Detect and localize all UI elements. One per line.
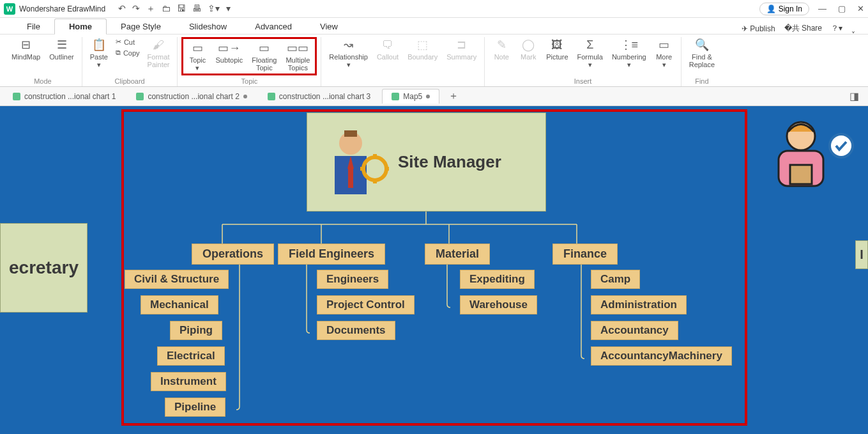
leaf[interactable]: Instrument xyxy=(151,372,226,391)
branch-operations[interactable]: Operations xyxy=(192,244,274,265)
more-icon: ▭ xyxy=(659,38,669,52)
paste-button[interactable]: 📋Paste▾ xyxy=(86,37,112,70)
multiple-topics-button[interactable]: ▭▭MultipleTopics xyxy=(282,40,314,74)
node-root[interactable]: Site Manager xyxy=(307,112,546,212)
leaf[interactable]: Camp xyxy=(591,270,640,289)
tab-home[interactable]: Home xyxy=(54,19,107,35)
outliner-icon: ☰ xyxy=(57,38,67,52)
summary-button[interactable]: ⊐Summary xyxy=(443,37,480,70)
note-icon: ✎ xyxy=(497,38,506,52)
subtopic-button[interactable]: ▭→Subtopic xyxy=(211,40,247,74)
leaf[interactable]: Civil & Structure xyxy=(125,270,229,289)
doc-tab-1[interactable]: construction ...ional chart 1 xyxy=(4,89,125,104)
callout-icon: 🗨 xyxy=(382,38,393,52)
format-painter-button[interactable]: 🖌FormatPainter xyxy=(144,37,174,70)
minimize-icon[interactable]: — xyxy=(818,4,826,13)
leaf[interactable]: Mechanical xyxy=(141,295,218,314)
mindmap-canvas[interactable]: ecretary Site Manager Operations Field E… xyxy=(0,106,868,434)
leaf[interactable]: Expediting xyxy=(460,270,535,289)
add-tab-button[interactable]: ＋ xyxy=(442,89,465,103)
leaf[interactable]: Warehouse xyxy=(460,295,537,314)
unsaved-dot-icon xyxy=(426,95,430,98)
cut-icon: ✂ xyxy=(116,38,121,46)
share-button[interactable]: �共 Share xyxy=(784,23,822,34)
mindmap-icon: ⊟ xyxy=(21,38,31,52)
doc-tab-3[interactable]: construction ...ional chart 3 xyxy=(259,89,379,104)
unsaved-dot-icon xyxy=(243,95,247,98)
leaf[interactable]: Piping xyxy=(170,321,222,340)
svg-rect-7 xyxy=(344,130,357,137)
relationship-button[interactable]: ↝Relationship▾ xyxy=(325,37,372,70)
user-icon: 👤 xyxy=(766,4,776,13)
subtopic-icon: ▭→ xyxy=(218,42,240,55)
doc-icon xyxy=(136,93,144,100)
paste-icon: 📋 xyxy=(92,38,106,52)
node-secretary-partial[interactable]: ecretary xyxy=(0,223,88,313)
more-button[interactable]: ▭More▾ xyxy=(651,37,677,70)
mindmap-button[interactable]: ⊟MindMap xyxy=(8,37,44,62)
branch-material[interactable]: Material xyxy=(425,244,490,265)
svg-rect-10 xyxy=(348,169,353,188)
publish-button[interactable]: ✈ Publish xyxy=(742,24,775,33)
leaf[interactable]: Documents xyxy=(317,321,395,340)
signin-button[interactable]: 👤 Sign In xyxy=(759,3,809,15)
outliner-button[interactable]: ☰Outliner xyxy=(45,37,78,62)
new-icon[interactable]: ＋ xyxy=(146,3,155,15)
find-replace-button[interactable]: 🔍Find &Replace xyxy=(685,37,719,70)
qat-more-icon[interactable]: ▾ xyxy=(226,3,231,15)
group-label-find: Find xyxy=(695,77,708,86)
tab-view[interactable]: View xyxy=(306,19,352,34)
manager-illustration-icon xyxy=(319,121,389,204)
leaf[interactable]: Engineers xyxy=(317,270,388,289)
numbering-button[interactable]: ⋮≡Numbering▾ xyxy=(608,37,650,70)
note-button[interactable]: ✎Note xyxy=(489,37,514,70)
floating-topic-button[interactable]: ▭FloatingTopic xyxy=(248,40,280,74)
group-label-insert: Insert xyxy=(574,77,592,86)
leaf[interactable]: AccountancyMachinery xyxy=(591,346,732,366)
export-icon[interactable]: ⇪▾ xyxy=(208,3,220,15)
print-icon[interactable]: 🖶 xyxy=(192,3,201,15)
branch-finance[interactable]: Finance xyxy=(552,244,618,265)
svg-rect-18 xyxy=(790,165,812,184)
tab-slideshow[interactable]: Slideshow xyxy=(175,19,241,34)
collapse-ribbon-icon[interactable]: ˬ xyxy=(851,24,855,33)
tab-file[interactable]: File xyxy=(13,19,54,34)
leaf[interactable]: Project Control xyxy=(317,295,415,314)
brush-icon: 🖌 xyxy=(153,38,164,52)
summary-icon: ⊐ xyxy=(457,38,466,52)
leaf[interactable]: Pipeline xyxy=(165,398,225,417)
topic-button[interactable]: ▭Topic▾ xyxy=(185,40,210,74)
tab-pagestyle[interactable]: Page Style xyxy=(107,19,175,34)
callout-button[interactable]: 🗨Callout xyxy=(373,37,402,70)
maximize-icon[interactable]: ▢ xyxy=(838,4,846,13)
help-icon[interactable]: ？▾ xyxy=(831,23,842,34)
boundary-icon: ⬚ xyxy=(417,38,428,52)
tab-advanced[interactable]: Advanced xyxy=(241,19,306,34)
doc-icon xyxy=(268,93,275,100)
leaf[interactable]: Administration xyxy=(591,295,687,314)
undo-icon[interactable]: ↶ xyxy=(118,3,126,15)
app-logo: W xyxy=(4,3,15,15)
redo-icon[interactable]: ↷ xyxy=(132,3,140,15)
picture-button[interactable]: 🖼Picture xyxy=(542,37,572,70)
copy-button[interactable]: ⧉Copy xyxy=(113,48,142,58)
topic-icon: ▭ xyxy=(192,42,203,55)
panel-toggle-icon[interactable]: ◨ xyxy=(844,90,864,102)
numbering-icon: ⋮≡ xyxy=(620,38,639,52)
leaf[interactable]: Electrical xyxy=(157,346,225,366)
open-icon[interactable]: 🗀 xyxy=(162,3,171,15)
branch-field[interactable]: Field Engineers xyxy=(278,244,385,265)
close-icon[interactable]: ✕ xyxy=(857,4,864,13)
doc-tab-4[interactable]: Map5 xyxy=(382,89,439,104)
boundary-button[interactable]: ⬚Boundary xyxy=(404,37,441,70)
cut-button[interactable]: ✂Cut xyxy=(113,37,142,47)
doc-tab-2[interactable]: construction ...ional chart 2 xyxy=(127,89,255,104)
floating-icon: ▭ xyxy=(259,42,270,55)
save-icon[interactable]: 🖫 xyxy=(177,3,186,15)
signin-label: Sign In xyxy=(779,4,802,13)
formula-button[interactable]: ΣFormula▾ xyxy=(574,37,607,70)
mark-button[interactable]: ◯Mark xyxy=(515,37,541,70)
root-label: Site Manager xyxy=(398,152,501,172)
leaf[interactable]: Accountancy xyxy=(591,321,678,340)
node-partial-right[interactable]: I xyxy=(855,240,868,269)
